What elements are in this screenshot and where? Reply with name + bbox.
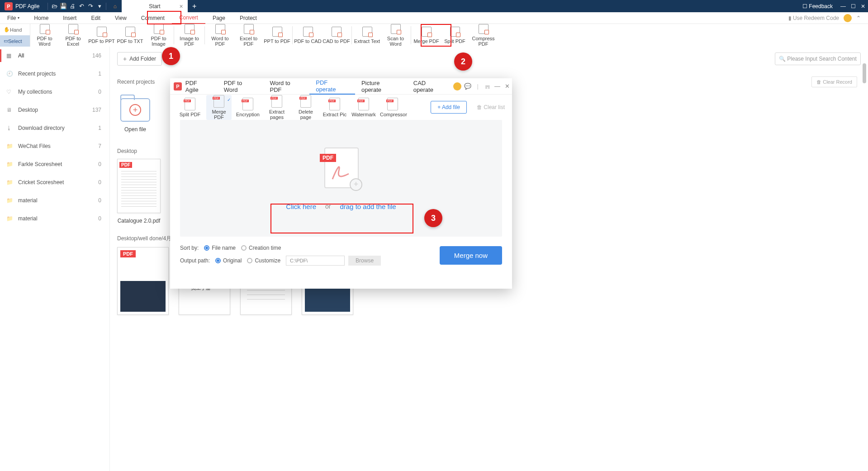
- op-compressor[interactable]: Compressor: [380, 98, 405, 117]
- callout-1: 1: [162, 47, 180, 65]
- dialog-chat-icon[interactable]: 💬: [463, 83, 473, 90]
- sidebar-item-all[interactable]: ▦All146: [0, 47, 109, 65]
- search-input[interactable]: Please Input Search Content: [775, 52, 861, 65]
- sidebar-item-recent-projects[interactable]: 🕘Recent projects1: [0, 65, 109, 83]
- tab-start[interactable]: Start ×: [122, 0, 187, 12]
- callout-2: 2: [454, 52, 472, 71]
- menu-protect[interactable]: Protect: [232, 12, 264, 24]
- undo-icon[interactable]: ↶: [77, 3, 86, 10]
- new-tab-button[interactable]: +: [188, 2, 201, 10]
- menu-file[interactable]: File: [0, 12, 27, 24]
- highlight-box-merge: [421, 24, 451, 47]
- open-icon[interactable]: 🗁: [50, 3, 59, 10]
- redo-icon[interactable]: ↷: [86, 3, 95, 10]
- section-desktop-label: Desktop: [117, 148, 137, 154]
- dialog-tab-pdf-operate[interactable]: PDF operate: [309, 78, 355, 95]
- feedback-link[interactable]: ☐ Feedback: [802, 3, 833, 10]
- menu-page[interactable]: Page: [205, 12, 232, 24]
- minimize-button[interactable]: —: [838, 3, 848, 10]
- radio-file-name[interactable]: File name: [204, 245, 236, 251]
- save-icon[interactable]: 💾: [59, 3, 68, 10]
- radio-original[interactable]: Original: [215, 257, 242, 264]
- redeem-code-link[interactable]: ▮ Use Redeem Code: [788, 15, 839, 21]
- ribbon-excel-to-pdf[interactable]: Excel to PDF: [234, 24, 263, 47]
- browse-button[interactable]: Browse: [348, 256, 381, 266]
- account-caret-icon[interactable]: ⌃: [856, 15, 865, 21]
- qat-dropdown-icon[interactable]: ▾: [95, 3, 104, 10]
- output-path-label: Output path:: [180, 257, 210, 264]
- ribbon-image-to-pdf[interactable]: Image to PDF: [175, 24, 204, 47]
- dialog-tab-word-to-pdf[interactable]: Word to PDF: [264, 78, 310, 95]
- file-tile-catalogue[interactable]: PDF Catalogue 2.0.pdf: [117, 159, 161, 224]
- ribbon-ppt-to-pdf[interactable]: PPT to PDF: [263, 27, 291, 44]
- dialog-tab-pdf-to-word[interactable]: PDF to Word: [218, 78, 264, 95]
- op-split-pdf[interactable]: Split PDF: [177, 98, 203, 117]
- sidebar-item-download-directory[interactable]: ⭳Download directory1: [0, 119, 109, 137]
- ribbon-pdf-to-cad[interactable]: PDF to CAD: [294, 27, 322, 44]
- add-file-button[interactable]: Add file: [431, 101, 467, 114]
- ribbon-word-to-pdf[interactable]: Word to PDF: [206, 24, 234, 47]
- op-watermark[interactable]: Watermark: [351, 98, 376, 117]
- print-icon[interactable]: 🖨: [68, 3, 77, 10]
- home-icon[interactable]: ⌂: [108, 3, 122, 10]
- pdf-operate-dialog: P PDF Agile PDF to Word Word to PDF PDF …: [170, 78, 512, 289]
- menu-insert[interactable]: Insert: [56, 12, 84, 24]
- ribbon-pdf-to-ppt[interactable]: PDF to PPT: [87, 27, 116, 44]
- op-delete-page[interactable]: Delete page: [293, 95, 318, 120]
- dialog-minimize-icon[interactable]: —: [493, 83, 503, 90]
- dialog-tab-picture-operate[interactable]: Picture operate: [355, 78, 407, 95]
- file-label: Catalogue 2.0.pdf: [117, 218, 161, 224]
- radio-creation-time[interactable]: Creation time: [241, 245, 281, 251]
- hand-tool[interactable]: ✋ Hand: [0, 24, 30, 35]
- tab-label: Start: [149, 3, 160, 10]
- sidebar-item-material[interactable]: 📁material0: [0, 209, 109, 228]
- menu-home[interactable]: Home: [27, 12, 56, 24]
- dialog-close-icon[interactable]: ✕: [502, 83, 512, 90]
- section-recent-label: Recent projects: [117, 79, 155, 85]
- output-path-input[interactable]: C:\PDF\: [286, 256, 345, 266]
- menu-edit[interactable]: Edit: [84, 12, 108, 24]
- sidebar-item-cricket-scoresheet[interactable]: 📁Cricket Scoresheet0: [0, 173, 109, 191]
- add-folder-button[interactable]: Add Folder: [117, 52, 162, 66]
- dialog-brand: PDF Agile: [185, 80, 211, 93]
- ribbon-pdf-to-word[interactable]: PDF to Word: [30, 24, 59, 47]
- sidebar-item-farkle-scoresheet[interactable]: 📁Farkle Scoresheet0: [0, 155, 109, 173]
- ribbon-pdf-to-excel[interactable]: PDF to Excel: [59, 24, 87, 47]
- select-tool[interactable]: ▭ Select: [0, 35, 30, 47]
- menubar: File Home Insert Edit View Comment Conve…: [0, 12, 868, 24]
- dialog-settings-icon[interactable]: ⚎: [483, 83, 493, 90]
- dialog-avatar-icon[interactable]: [453, 82, 461, 90]
- merge-now-button[interactable]: Merge now: [440, 246, 502, 265]
- titlebar: P PDF Agile 🗁 💾 🖨 ↶ ↷ ▾ ⌂ Start × + ☐ Fe…: [0, 0, 868, 12]
- close-tab-icon[interactable]: ×: [180, 3, 183, 10]
- sidebar-item-material[interactable]: 📁material0: [0, 191, 109, 209]
- op-extract-pic[interactable]: Extract Pic: [322, 98, 347, 117]
- sidebar-item-my-collections[interactable]: ♡My collections0: [0, 83, 109, 101]
- file-thumb-1[interactable]: PDF: [117, 247, 169, 315]
- clear-record-button[interactable]: 🗑 Clear Record: [811, 76, 857, 87]
- op-extract-pages[interactable]: Extract pages: [264, 95, 289, 120]
- clear-list-button[interactable]: 🗑 Clear list: [477, 104, 505, 110]
- scrollbar-thumb[interactable]: [863, 63, 866, 83]
- avatar-icon[interactable]: [844, 14, 852, 22]
- ribbon-extract-text[interactable]: Extract Text: [353, 27, 381, 44]
- ribbon-pdf-to-image[interactable]: PDF to Image: [144, 24, 173, 47]
- open-file-tile[interactable]: + Open file: [117, 92, 153, 133]
- highlight-box-drop: [270, 204, 413, 233]
- app-name: PDF Agile: [15, 3, 39, 10]
- sidebar-item-desktop[interactable]: 🖥Desktop137: [0, 101, 109, 119]
- dialog-tab-cad-operate[interactable]: CAD operate: [407, 78, 453, 95]
- maximize-button[interactable]: ☐: [848, 3, 858, 10]
- radio-customize[interactable]: Customize: [247, 257, 280, 264]
- sidebar-item-wechat-files[interactable]: 📁WeChat Files7: [0, 137, 109, 155]
- op-encryption[interactable]: Encryption: [235, 98, 261, 117]
- ribbon-pdf-to-txt[interactable]: PDF to TXT: [116, 27, 144, 44]
- ribbon-compress-pdf[interactable]: Compress PDF: [469, 24, 498, 47]
- app-logo-icon: P: [5, 2, 13, 10]
- ribbon-scan-to-word[interactable]: Scan to Word: [381, 24, 410, 47]
- ribbon-cad-to-pdf[interactable]: CAD to PDF: [322, 27, 351, 44]
- close-window-button[interactable]: ✕: [858, 3, 868, 10]
- op-merge-pdf[interactable]: Merge PDF: [206, 95, 232, 120]
- menu-view[interactable]: View: [108, 12, 134, 24]
- highlight-box-convert: [147, 11, 181, 24]
